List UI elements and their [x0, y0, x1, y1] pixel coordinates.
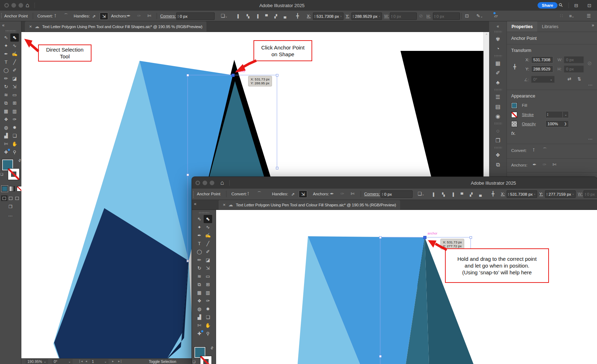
- bbox-handle[interactable]: [470, 236, 472, 239]
- width-tool-icon[interactable]: ≋: [2, 91, 10, 99]
- stroke-label[interactable]: Stroke: [522, 112, 534, 117]
- close-window-button[interactable]: [195, 180, 200, 185]
- artboard-tool-icon[interactable]: ❏: [204, 313, 212, 321]
- pen-tool-icon[interactable]: ✒: [195, 231, 204, 239]
- selection-tool-icon[interactable]: ⇖: [195, 215, 204, 223]
- line-segment-tool-icon[interactable]: ╱: [204, 239, 212, 248]
- fx-button[interactable]: fx.: [511, 131, 516, 136]
- color-panel-icon[interactable]: ✾: [489, 34, 507, 44]
- y-value-field[interactable]: 288.9529: [531, 65, 553, 73]
- cut-path-icon[interactable]: ✄: [351, 191, 355, 197]
- hand-tool-icon[interactable]: ✋: [204, 321, 212, 329]
- shape-builder-tool-icon[interactable]: ⧉: [195, 280, 204, 289]
- gradient-button[interactable]: [9, 186, 15, 191]
- align-horizontal-left-icon[interactable]: ▌: [431, 192, 437, 197]
- type-tool-icon[interactable]: T: [2, 58, 10, 66]
- eraser-tool-icon[interactable]: ◪: [204, 256, 212, 264]
- add-anchor-icon[interactable]: ✒: [533, 162, 536, 168]
- swatches-panel-icon[interactable]: ▦: [489, 58, 507, 68]
- home-icon[interactable]: ⌂: [26, 2, 29, 9]
- mesh-tool-icon[interactable]: ▦: [195, 289, 204, 297]
- x-input[interactable]: ▴▾531.7308 px›: [313, 12, 344, 20]
- pencil-tool-icon[interactable]: ✏: [195, 256, 204, 264]
- corners-label[interactable]: Corners:: [364, 192, 380, 196]
- x-value-field[interactable]: 531.7308: [531, 56, 553, 63]
- blend-tool-icon[interactable]: ❖: [2, 115, 10, 123]
- corners-label[interactable]: Corners:: [160, 14, 176, 18]
- symbol-sprayer-tool-icon[interactable]: ✹: [10, 123, 19, 132]
- gradient-tool-icon[interactable]: ▥: [10, 107, 19, 115]
- align-horizontal-center-icon[interactable]: ▚: [245, 14, 251, 19]
- align-vertical-bottom-icon[interactable]: ▄: [477, 192, 483, 197]
- toolbar-more-icon[interactable]: ⋯: [0, 213, 21, 218]
- direct-selection-tool-icon[interactable]: ⇖: [10, 33, 19, 42]
- draw-inside-icon[interactable]: [14, 195, 20, 201]
- close-tab-icon[interactable]: ×: [29, 24, 32, 29]
- close-window-button[interactable]: [4, 3, 9, 8]
- fill-swatch[interactable]: [511, 102, 517, 109]
- bbox-handle[interactable]: [187, 174, 189, 176]
- convert-corner-icon[interactable]: ⊺: [54, 13, 57, 19]
- draw-behind-icon[interactable]: [7, 195, 14, 201]
- bbox-handle[interactable]: [379, 355, 382, 358]
- color-guide-panel-icon[interactable]: ◔: [489, 44, 507, 53]
- appearance-more-icon[interactable]: ⋯: [588, 137, 593, 142]
- opacity-swatch[interactable]: [511, 121, 517, 127]
- collapse-toolbar-icon[interactable]: «: [192, 200, 197, 210]
- align-vertical-center-icon[interactable]: ▞: [273, 14, 279, 19]
- type-tool-icon[interactable]: T: [195, 239, 204, 248]
- appearance-panel-icon[interactable]: ◌: [489, 126, 507, 136]
- stroke-panel-icon[interactable]: ☰: [489, 92, 507, 102]
- scale-tool-icon[interactable]: ⇲: [10, 83, 19, 91]
- recolor-artwork-icon[interactable]: ▱: [494, 13, 498, 19]
- symbol-screener-tool-icon[interactable]: ◍: [2, 123, 10, 132]
- column-graph-tool-icon[interactable]: ▟: [195, 313, 204, 321]
- default-fill-stroke-icon[interactable]: ❏: [193, 360, 195, 364]
- hide-handles-icon[interactable]: ⇲: [299, 190, 307, 198]
- scale-tool-icon[interactable]: ⇲: [204, 264, 212, 272]
- free-transform-tool-icon[interactable]: ▭: [10, 91, 19, 99]
- edit-toolbar-icon[interactable]: ✚: [2, 148, 10, 156]
- pencil-tool-icon[interactable]: ✏: [2, 74, 10, 83]
- rotate-tool-icon[interactable]: ↻: [195, 264, 204, 272]
- black-right-leg[interactable]: [400, 51, 483, 178]
- x-label[interactable]: X:: [307, 14, 311, 18]
- show-handles-icon[interactable]: ⇗: [289, 190, 297, 198]
- lasso-tool-icon[interactable]: ∿: [204, 223, 212, 231]
- tab-libraries[interactable]: Libraries: [537, 21, 563, 32]
- distribute-icon[interactable]: ≡⌄: [569, 13, 574, 20]
- panel-toggle-icon[interactable]: ⊡: [587, 3, 591, 8]
- w-label[interactable]: W:: [578, 192, 583, 196]
- shape-builder-tool-icon[interactable]: ⧉: [2, 99, 10, 107]
- cut-path-icon[interactable]: ✄: [553, 162, 556, 168]
- expand-dock-icon[interactable]: »: [592, 23, 594, 28]
- next-page-icon[interactable]: ▸: [112, 359, 114, 363]
- y-input[interactable]: ▴▾277.7159 px›: [545, 190, 576, 198]
- bbox-handle[interactable]: [187, 260, 189, 262]
- eyedropper-tool-icon[interactable]: ✑: [10, 115, 19, 123]
- document-tab[interactable]: × ☁ Text Letter Polygon Using Pen Tool a…: [219, 200, 400, 210]
- symbol-sprayer-tool-icon[interactable]: ✹: [204, 305, 212, 313]
- selection-tool-icon[interactable]: ⇖: [2, 33, 10, 42]
- w-label[interactable]: W:: [384, 14, 389, 18]
- stroke-weight-stepper[interactable]: ▴▾ ⌄: [545, 111, 569, 118]
- transform-more-icon[interactable]: ⋯: [588, 83, 593, 88]
- swap-fill-stroke-icon[interactable]: ⇄: [18, 158, 21, 162]
- knife-tool-icon[interactable]: ✄: [195, 321, 204, 329]
- align-vertical-center-icon[interactable]: ▞: [468, 192, 474, 197]
- curvature-tool-icon[interactable]: ✍: [204, 231, 212, 239]
- toolbar-grip[interactable]: [199, 212, 209, 214]
- minimize-window-button[interactable]: [203, 180, 207, 185]
- line-segment-tool-icon[interactable]: ╱: [10, 58, 19, 66]
- rotate-tool-icon[interactable]: ↻: [2, 83, 10, 91]
- pen-options-icon[interactable]: ✎⌄: [476, 13, 483, 20]
- stroke-swatch[interactable]: [8, 168, 20, 180]
- share-button[interactable]: Share: [538, 2, 557, 9]
- zoom-tool-icon[interactable]: ⚲: [204, 329, 212, 338]
- maximize-window-button[interactable]: [19, 3, 23, 8]
- bbox-handle[interactable]: [276, 167, 278, 169]
- align-horizontal-right-icon[interactable]: ▐: [254, 14, 260, 19]
- document-setup-icon[interactable]: ❏⌄: [418, 191, 424, 197]
- symbol-screener-tool-icon[interactable]: ◍: [195, 305, 204, 313]
- paintbrush-tool-icon[interactable]: ✐: [10, 66, 19, 74]
